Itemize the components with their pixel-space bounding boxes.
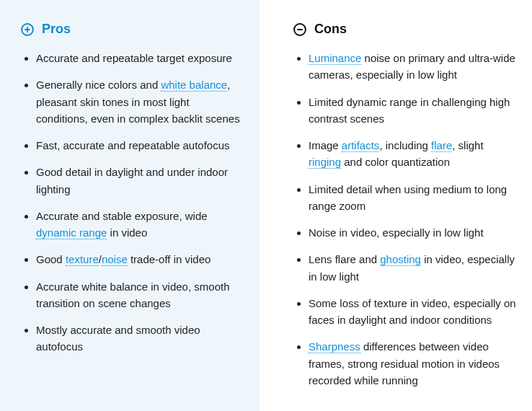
text-span: Lens flare and [309,253,380,265]
glossary-link[interactable]: flare [431,139,452,152]
cons-item: Luminance noise on primary and ultra-wid… [309,50,516,84]
glossary-link[interactable]: ringing [309,156,341,169]
text-span: Accurate and repeatable target exposure [36,52,232,64]
text-span: in video [107,226,147,239]
pros-item: Mostly accurate and smooth video autofoc… [36,322,244,355]
text-span: Generally nice colors and [36,79,161,91]
glossary-link[interactable]: noise [102,253,128,266]
pros-item: Generally nice colors and white balance,… [36,76,244,127]
pros-item: Fast, accurate and repeatable autofocus [36,137,244,154]
text-span: trade-off in video [128,253,211,265]
cons-item: Noise in video, especially in low light [309,224,516,241]
text-span: , slight [452,139,483,151]
text-span: Good [36,253,66,265]
glossary-link[interactable]: white balance [161,79,227,92]
cons-item: Sharpness differences between video fram… [309,338,516,389]
glossary-link[interactable]: texture [66,253,99,266]
text-span: Mostly accurate and smooth video autofoc… [36,324,200,353]
glossary-link[interactable]: artifacts [342,139,380,152]
pros-heading: Pros [20,22,244,37]
text-span: Limited detail when using medium to long… [309,183,507,212]
pros-item: Accurate and repeatable target exposure [36,50,244,66]
text-span: , including [379,139,431,151]
text-span: and color quantization [341,156,450,168]
text-span: Image [309,139,342,151]
pros-item: Accurate and stable exposure, wide dynam… [36,208,244,242]
cons-title: Cons [314,22,347,37]
pros-item: Accurate white balance in video, smooth … [36,278,244,312]
cons-item: Limited dynamic range in challenging hig… [309,94,516,128]
pros-title: Pros [42,22,71,37]
plus-circle-icon [20,22,35,37]
cons-list: Luminance noise on primary and ultra-wid… [293,50,516,389]
cons-item: Lens flare and ghosting in video, especi… [309,251,516,285]
cons-item: Image artifacts, including flare, slight… [309,137,516,171]
glossary-link[interactable]: Luminance [309,52,361,65]
pros-item: Good texture/noise trade-off in video [36,251,244,268]
glossary-link[interactable]: Sharpness [309,340,360,353]
text-span: Fast, accurate and repeatable autofocus [36,139,230,151]
text-span: Good detail in daylight and under indoor… [36,166,228,195]
cons-item: Some loss of texture in video, especiall… [309,295,516,329]
text-span: Limited dynamic range in challenging hig… [309,96,510,125]
glossary-link[interactable]: ghosting [380,253,421,266]
pros-item: Good detail in daylight and under indoor… [36,164,244,198]
minus-circle-icon [293,22,307,37]
cons-item: Limited detail when using medium to long… [309,181,516,215]
cons-panel: Cons Luminance noise on primary and ultr… [272,0,532,411]
text-span: Noise in video, especially in low light [309,226,484,239]
text-span: Some loss of texture in video, especiall… [309,297,516,326]
cons-heading: Cons [293,22,516,37]
pros-list: Accurate and repeatable target exposureG… [20,50,244,355]
pros-panel: Pros Accurate and repeatable target expo… [0,0,260,411]
glossary-link[interactable]: dynamic range [36,226,107,239]
pros-cons-container: Pros Accurate and repeatable target expo… [0,0,532,411]
text-span: Accurate white balance in video, smooth … [36,280,229,309]
text-span: Accurate and stable exposure, wide [36,210,208,222]
